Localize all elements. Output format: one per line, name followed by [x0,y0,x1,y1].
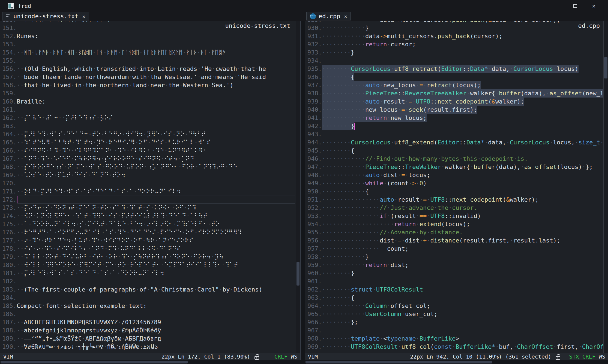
editor-line[interactable]: 168.··⡎⠊⠗⠕⠕⠛⠑⠰⠎·⠝⠁⠍⠑·⠺⠁⠎·⠛⠕⠕⠙·⠥⠏⠕⠝·⠰⡡⠁⠝⠛… [0,163,300,171]
editor-line[interactable]: 950.············{ [305,187,608,196]
tab-unicode-stress[interactable]: unicode-stress.txt ✕ [2,12,89,20]
vertical-scrollbar[interactable] [603,21,608,353]
editor-line[interactable]: 948.············auto·dist·=·locus; [305,171,608,179]
tab-ed-cpp[interactable]: C⁺⁺ ed.cpp ✕ [306,12,351,20]
editor-line[interactable]: 961. [305,277,608,286]
editor-line[interactable]: 958.············} [305,253,608,261]
editor-line[interactable]: 158.··that·he·lived·in·the·northern·land… [0,81,300,89]
editor-line[interactable]: 957.················--count; [305,245,608,253]
editor-line[interactable]: 967. [305,326,608,335]
editor-line[interactable]: 170. [0,179,300,187]
text-area[interactable]: 150.··ᛆ·ᚽᛚᛆᚦ·ᚦ·ᚼᚿᛚᛆᚼᚿ·ᛒᚿᚿ·ᚼᚿᛌᛧ151.152.Ru… [0,21,300,351]
editor-line[interactable]: 939.············auto·result·=·UTF8::next… [305,98,608,106]
editor-line[interactable]: 952.················//·Just·advance·the·… [305,204,608,212]
editor-line[interactable]: 943. [305,130,608,138]
editor-line[interactable]: 938.············PieceTree::ReverseTreeWa… [305,89,608,98]
editor-pane-text[interactable]: 150.··ᛆ·ᚽᛚᛆᚦ·ᚦ·ᚼᚿᛚᛆᚼᚿ·ᛒᚿᚿ·ᚼᚿᛌᛧ151.152.Ru… [0,21,300,353]
editor-line[interactable]: 949.············while·(count·>·0) [305,179,608,187]
editor-line[interactable]: 929.················data->multi_cursors.… [305,21,608,24]
editor-line[interactable]: 162.··⡌⠁⠧⠑·⠼⠁⠒··⡍⠜⠇⠑⠹⠰⠎·⡣⠕⠌ [0,114,300,122]
editor-line[interactable]: 934. [305,57,608,65]
minimize-button[interactable] [549,0,564,12]
editor-line[interactable]: 937.············auto·new_locus·=·retract… [305,81,608,89]
editor-line[interactable]: 185.Compact·font·selection·example·text: [0,302,300,310]
editor-line[interactable]: 166.··⠎⠊⠛⠝⠫·⠃⠹·⠹⠑·⠊⠇⠻⠛⠹⠍⠁⠝⠂·⠹⠑·⠊⠇⠻⠅⠂·⠹⠑·… [0,147,300,155]
editor-line[interactable]: 182. [0,277,300,286]
editor-line[interactable]: 174.··⠪⠝·⠅⠝⠪⠇⠫⠛⠑⠂·⠱⠁⠞·⠹⠻⠑·⠊⠎·⠏⠜⠞⠊⠊⠥⠇⠜⠇⠹·… [0,212,300,220]
editor-line[interactable]: 171.··⡕⠇⠙·⡍⠜⠇⠑⠹·⠺⠁⠎·⠁⠎·⠙⠑⠁⠙·⠁⠎·⠁·⠙⠕⠕⠗⠤⠝⠁… [0,187,300,196]
editor-line[interactable]: 959.············return·dist; [305,261,608,269]
editor-line[interactable]: 936.········{ [305,73,608,81]
editor-line[interactable]: 163. [0,122,300,130]
editor-line[interactable]: 155. [0,57,300,65]
editor-line[interactable]: 932.············return·cursor; [305,40,608,48]
editor-line[interactable]: 177.··⠔·⠹⠑·⠞⠗⠁⠙⠑⠲·⡃⠥⠞·⠹⠑·⠺⠊⠎⠙⠕⠍·⠕⠋·⠳⠗·⠁⠝… [0,236,300,245]
scrollbar-thumb[interactable] [604,57,607,78]
editor-line[interactable]: 189.··–—‘“”„†•…‰™œŠŸž€·ΑΒΓΔΩαβγδω·АБВГДа… [0,335,300,343]
editor-line[interactable]: 180.··⠺⠊⠇⠇·⠹⠻⠑⠋⠕⠗⠑·⠏⠻⠍⠊⠞·⠍⠑·⠞⠕·⠗⠑⠏⠑⠁⠞⠂·⠑… [0,261,300,269]
editor-line[interactable]: 161. [0,106,300,114]
editor-line[interactable]: 190.··∀∂∈ℝ∧∪≡∞·↑↗↨↻⇣·┐┼╔╘►☺♀·ﬁ�⑀₂ἠḂӥẄɐː⍎… [0,343,300,351]
editor-line[interactable]: 945.········{ [305,147,608,155]
editor-line[interactable]: 935.········CursorLocus·utf8_retract(Edi… [305,65,608,73]
editor-line[interactable]: 930.············} [305,24,608,32]
editor-line[interactable]: 175.··⠁·⠙⠕⠕⠗⠤⠝⠁⠊⠇⠲·⡊·⠍⠊⠣⠞·⠙⠁⠧⠑·⠃⠑⠲·⠔⠊⠇⠔⠫… [0,220,300,228]
editor-line[interactable]: 173.··⡍⠔⠙⠖·⡊·⠙⠕⠝⠰⠞·⠍⠑⠁⠝·⠞⠕·⠎⠁⠹·⠹⠁⠞·⡊·⠅⠝⠪… [0,204,300,212]
tab-close-icon[interactable]: ✕ [344,13,347,19]
editor-line[interactable]: 167.··⠁⠝⠙·⠹⠑·⠡⠊⠑⠋·⠍⠳⠗⠝⠻⠲·⡎⠊⠗⠕⠕⠛⠑·⠎⠊⠛⠝⠫·⠊… [0,155,300,163]
text-area[interactable]: 929.················data->multi_cursors.… [305,21,608,351]
editor-line[interactable]: 157.··bude·thaem·lande·northweardum·with… [0,73,300,81]
editor-line[interactable]: 181.··⡍⠜⠇⠑⠹·⠺⠁⠎·⠁⠎·⠙⠑⠁⠙·⠁⠎·⠁·⠙⠕⠕⠗⠤⠝⠁⠊⠇⠲ [0,269,300,277]
editor-line[interactable]: 159. [0,89,300,98]
editor-line[interactable]: 152.Runes: [0,32,300,40]
editor-line[interactable]: 955.················//·Advance·by·distan… [305,228,608,236]
horizontal-scrollbar[interactable] [0,360,608,364]
editor-line[interactable]: 184. [0,294,300,302]
editor-line[interactable]: 965.············UserColumn·user_col; [305,310,608,318]
editor-line[interactable]: 164.··⡍⠜⠇⠑⠹·⠺⠁⠎·⠙⠑⠁⠙⠒·⠞⠕·⠃⠑⠛⠔·⠺⠊⠹⠲·⡹⠻⠑·⠊… [0,130,300,138]
editor-line[interactable]: 931.············data->multi_cursors.push… [305,32,608,40]
editor-line[interactable]: 953.················if·(result·==·UTF8::… [305,212,608,220]
scrollbar-thumb[interactable] [1,361,188,363]
editor-line[interactable]: 968.········template·<typename·BufferLik… [305,335,608,343]
editor-line[interactable]: 186. [0,310,300,318]
editor-line[interactable]: 933.········} [305,48,608,57]
editor-line[interactable]: 156.··(Old·English,·which·transcribed·in… [0,65,300,73]
editor-line[interactable]: 963.········{ [305,294,608,302]
editor-line[interactable]: 165.··⠱⠁⠞⠑⠧⠻·⠁⠃⠳⠞·⠹⠁⠞⠲·⡹⠑·⠗⠑⠛⠊⠌⠻·⠕⠋·⠙⠊⠎·… [0,138,300,147]
editor-line[interactable]: 956.················dist·=·dist·+·distan… [305,236,608,245]
editor-line[interactable]: 176.··⠗⠑⠛⠜⠙·⠁·⠊⠕⠋⠋⠔⠤⠝⠁⠊⠇·⠁⠎·⠹⠑·⠙⠑⠁⠙⠑⠌·⠏⠊… [0,228,300,236]
tab-close-icon[interactable]: ✕ [82,13,85,19]
close-button[interactable]: ✕ [586,0,601,12]
editor-line[interactable]: 154.··ᚻᛖ·ᚳᚹᚫᚦ·ᚦᚫᛏ·ᚻᛖ·ᛒᚢᛞᛖ·ᚩᚾ·ᚦᚫᛗ·ᛚᚪᚾᛞᛖ·ᚾ… [0,48,300,57]
editor-line[interactable]: 178.··⠊⠎·⠔·⠹⠑·⠎⠊⠍⠊⠇⠑⠆·⠁⠝⠙·⠍⠹·⠥⠝⠙⠁⠇⠇⠪⠫·⠙⠁… [0,245,300,253]
editor-line[interactable]: 160.Braille: [0,98,300,106]
editor-line[interactable]: 962.········struct·UTF8ColResult [305,286,608,294]
editor-line[interactable]: 187.··ABCDEFGHIJKLMNOPQRSTUVWXYZ·/012345… [0,318,300,326]
line-number: 957. [305,245,322,253]
editor-line[interactable]: 179.··⠩⠁⠇⠇·⠝⠕⠞·⠙⠊⠌⠥⠗⠃·⠊⠞⠂·⠕⠗·⠹⠑·⡊⠳⠝⠞⠗⠹⠰⠎… [0,253,300,261]
editor-line[interactable]: 951.················auto·result·=·UTF8::… [305,196,608,204]
editor-pane-code[interactable]: 929.················data->multi_cursors.… [305,21,608,353]
editor-line[interactable]: 960.········} [305,269,608,277]
editor-line[interactable]: 183.··(The·first·couple·of·paragraphs·of… [0,286,300,294]
editor-line[interactable]: 964.············Column·offset_col; [305,302,608,310]
editor-line[interactable]: 153. [0,40,300,48]
editor-line[interactable]: 946.············//·Find·out·how·many·byt… [305,155,608,163]
editor-line[interactable]: 942.········} [305,122,608,130]
maximize-button[interactable] [568,0,583,12]
editor-line[interactable]: 941.············return·new_locus; [305,114,608,122]
editor-line[interactable]: 969.········UTF8ColResult·utf8_col(const… [305,343,608,351]
editor-line[interactable]: 169.··⠡⠕⠎⠑·⠞⠕·⠏⠥⠞·⠙⠊⠎·⠙⠁⠝⠙·⠞⠕⠲ [0,171,300,179]
scrollbar-thumb[interactable] [306,361,492,363]
editor-line[interactable]: 954.····················return·extend(lo… [305,220,608,228]
editor-line[interactable]: 947.············PieceTree::TreeWalker·wa… [305,163,608,171]
editor-line[interactable]: 940.············new_locus·=·seek(result.… [305,106,608,114]
editor-line[interactable]: 172. [0,196,300,204]
vertical-scrollbar[interactable] [296,21,300,353]
editor-line[interactable]: 188.··abcdefghijklmnopqrstuvwxyz·£©µÀÆÖÞ… [0,326,300,335]
editor-line[interactable]: 966.········}; [305,318,608,326]
editor-line[interactable]: 944.········CursorLocus·utf8_extend(Edit… [305,138,608,147]
pane-divider[interactable] [300,12,305,364]
scrollbar-thumb[interactable] [296,262,299,286]
